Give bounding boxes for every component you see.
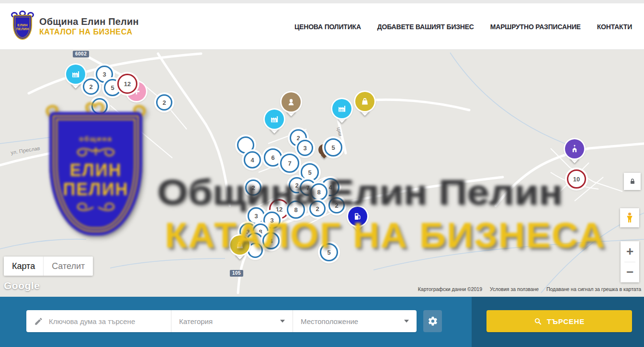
worker-pin[interactable] xyxy=(282,92,301,112)
nav-item-contacts[interactable]: КОНТАКТИ xyxy=(597,23,632,31)
cluster-marker[interactable]: 4 xyxy=(262,232,280,249)
bag-icon xyxy=(230,235,249,255)
road-number-badge: 105 xyxy=(230,270,243,277)
cluster-count: 3 xyxy=(270,217,273,224)
cluster-marker[interactable] xyxy=(248,243,263,258)
search-button[interactable]: ТЪРСЕНЕ xyxy=(486,310,632,332)
cluster-marker[interactable]: 3 xyxy=(297,140,313,156)
bag-pin[interactable] xyxy=(355,92,374,111)
factory-icon xyxy=(66,65,85,84)
cluster-count: 4 xyxy=(269,237,272,245)
cluster-marker[interactable]: 6 xyxy=(264,148,282,167)
cluster-marker[interactable] xyxy=(91,98,108,114)
cluster-count: 10 xyxy=(573,176,580,183)
cluster-count: 5 xyxy=(331,144,335,151)
cluster-marker[interactable]: 2 xyxy=(156,94,172,111)
cluster-count: 7 xyxy=(306,184,309,191)
factory-pin[interactable] xyxy=(332,99,351,118)
bag-icon xyxy=(355,92,374,111)
map-type-satellite-button[interactable]: Сателит xyxy=(43,257,93,276)
cluster-marker[interactable]: 2 xyxy=(309,201,326,217)
cluster-count: 2 xyxy=(296,134,300,142)
bag-pin[interactable] xyxy=(230,235,249,255)
gear-icon xyxy=(428,316,438,326)
attribution-copyright: Картографски данни ©2019 xyxy=(418,286,482,292)
cluster-marker[interactable]: 4 xyxy=(244,151,261,168)
site-subtitle: КАТАЛОГ НА БИЗНЕСА xyxy=(39,28,139,36)
zoom-out-button[interactable]: − xyxy=(621,262,639,283)
nav-item-pricing[interactable]: ЦЕНОВА ПОЛИТИКА xyxy=(294,23,361,31)
chevron-down-icon xyxy=(280,320,285,323)
factory-icon xyxy=(265,110,284,129)
browser-top-strip xyxy=(0,0,644,3)
search-icon xyxy=(534,317,542,325)
cluster-count: 2 xyxy=(89,83,92,90)
cluster-marker[interactable]: 5 xyxy=(301,163,319,181)
pegman-button[interactable] xyxy=(620,208,639,227)
cluster-marker[interactable]: 7 xyxy=(280,154,299,173)
cluster-count: 2 xyxy=(295,182,298,189)
cluster-marker[interactable]: 5 xyxy=(324,138,342,157)
location-dropdown[interactable]: Местоположение xyxy=(293,310,417,332)
lock-button[interactable] xyxy=(624,173,641,190)
cluster-count: 4 xyxy=(250,157,254,164)
cluster-marker[interactable]: 2 xyxy=(328,197,345,213)
site-logo[interactable]: ЕЛИН ПЕЛИН Община Елин Пелин КАТАЛОГ НА … xyxy=(11,12,139,41)
keyword-section xyxy=(26,310,171,332)
factory-pin[interactable] xyxy=(265,110,284,129)
cluster-marker[interactable]: 3 xyxy=(248,207,265,224)
crest-name: ЕЛИН ПЕЛИН xyxy=(16,23,29,31)
map-type-map-button[interactable]: Карта xyxy=(4,257,43,276)
factory-pin[interactable] xyxy=(66,65,85,84)
map-canvas[interactable]: 6002105ул. Преславбул. „Новоселции 32512… xyxy=(0,50,644,297)
church-icon xyxy=(565,139,584,158)
road-number-badge: 6002 xyxy=(73,51,89,57)
worker-icon xyxy=(282,92,301,112)
cluster-marker[interactable]: 8 xyxy=(287,201,305,219)
cluster-count: 3 xyxy=(303,145,306,152)
cluster-count: 6 xyxy=(271,154,274,161)
church-pin[interactable] xyxy=(565,139,584,158)
keyword-search-input[interactable] xyxy=(49,317,164,325)
cluster-count: 2 xyxy=(162,99,166,106)
google-logo[interactable]: Google xyxy=(4,280,40,291)
cluster-count: 5 xyxy=(111,84,114,91)
search-panel: Категория Местоположение ТЪРСЕНЕ xyxy=(0,297,644,347)
cluster-count: 3 xyxy=(102,71,106,78)
cluster-marker[interactable]: 5 xyxy=(320,243,338,261)
cluster-count: 3 xyxy=(254,213,258,220)
cluster-count: 8 xyxy=(317,189,320,196)
cluster-count: 12 xyxy=(124,80,131,88)
lock-icon xyxy=(629,178,636,185)
attribution-report-link[interactable]: Подаване на сигнал за грешка в картата xyxy=(546,286,641,292)
cluster-count: 12 xyxy=(276,206,282,213)
main-nav: ЦЕНОВА ПОЛИТИКА ДОБАВЕТЕ ВАШИЯТ БИЗНЕС М… xyxy=(294,3,632,50)
fuel-pin[interactable] xyxy=(348,207,367,226)
cluster-count: 4 xyxy=(328,184,332,191)
category-dropdown[interactable]: Категория xyxy=(171,310,293,332)
cluster-count: 5 xyxy=(308,169,311,176)
factory-icon xyxy=(332,99,351,118)
pencil-icon xyxy=(34,317,43,326)
cluster-marker[interactable]: 10 xyxy=(567,169,586,189)
nav-item-route-schedule[interactable]: МАРШРУТНО РАЗПИСАНИЕ xyxy=(490,23,581,31)
cluster-count: 7 xyxy=(288,160,291,167)
attribution-terms-link[interactable]: Условия за ползване xyxy=(490,286,539,292)
cluster-count: 5 xyxy=(327,249,330,256)
fuel-icon xyxy=(348,207,367,226)
chevron-down-icon xyxy=(404,320,409,323)
cluster-count: 2 xyxy=(251,184,255,191)
cluster-marker[interactable]: 12 xyxy=(117,74,137,94)
nav-item-add-business[interactable]: ДОБАВЕТЕ ВАШИЯТ БИЗНЕС xyxy=(377,23,474,31)
cluster-count: 2 xyxy=(335,202,338,209)
advanced-settings-button[interactable] xyxy=(423,310,442,332)
cluster-count: 2 xyxy=(316,205,319,213)
cluster-marker[interactable]: 8 xyxy=(310,183,328,201)
zoom-control: + − xyxy=(621,241,639,282)
pegman-icon xyxy=(623,212,636,224)
site-title: Община Елин Пелин xyxy=(39,16,139,27)
zoom-in-button[interactable]: + xyxy=(621,241,639,262)
search-bar: Категория Местоположение xyxy=(26,310,417,332)
cluster-marker[interactable]: 2 xyxy=(83,78,99,95)
cluster-marker[interactable]: 2 xyxy=(245,179,261,196)
